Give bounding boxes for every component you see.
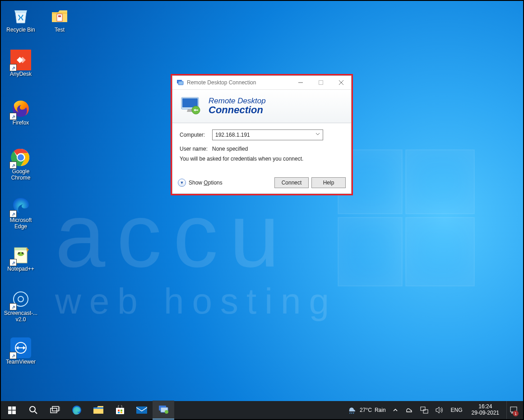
rdc-highlight-frame: Remote Desktop Connection Remote Desktop… bbox=[171, 74, 353, 195]
desktop-icon-label: Notepad++ bbox=[4, 266, 38, 272]
svg-rect-35 bbox=[121, 410, 122, 411]
connect-button[interactable]: Connect bbox=[274, 177, 309, 188]
rdc-banner: Remote Desktop Connection bbox=[172, 90, 351, 123]
computer-combo[interactable]: 192.168.1.191 bbox=[212, 129, 323, 140]
weather-cond: Rain bbox=[375, 407, 386, 413]
taskbar[interactable]: 27°C Rain ENG 16:24 29-09-2021 1 bbox=[1, 401, 523, 419]
banner-line1: Remote Desktop bbox=[209, 97, 266, 105]
help-button[interactable]: Help bbox=[311, 177, 346, 188]
desktop-icon-teamviewer[interactable]: ↗ TeamViewer bbox=[4, 337, 38, 365]
watermark-text-bottom: web hosting bbox=[55, 281, 505, 322]
taskbar-app-explorer[interactable] bbox=[88, 401, 109, 419]
computer-value: 192.168.1.191 bbox=[215, 132, 250, 138]
desktop-icon-firefox[interactable]: ↗ Firefox bbox=[4, 98, 38, 126]
taskbar-app-mail[interactable] bbox=[131, 401, 153, 419]
start-button[interactable] bbox=[1, 401, 23, 419]
task-view-button[interactable] bbox=[44, 401, 66, 419]
notification-badge: 1 bbox=[513, 411, 519, 416]
svg-rect-26 bbox=[51, 408, 57, 413]
desktop-icon-label: Test bbox=[42, 27, 77, 33]
desktop-icon-label: Firefox bbox=[4, 120, 38, 126]
username-label: User name: bbox=[180, 146, 212, 152]
svg-rect-20 bbox=[8, 406, 12, 410]
desktop-icon-label: Microsoft Edge bbox=[4, 217, 38, 230]
svg-rect-33 bbox=[116, 408, 124, 414]
svg-rect-16 bbox=[319, 81, 323, 85]
taskbar-clock[interactable]: 16:24 29-09-2021 bbox=[468, 404, 503, 416]
svg-rect-23 bbox=[12, 411, 16, 414]
weather-temp: 27°C bbox=[360, 407, 372, 413]
credentials-note: You will be asked for credentials when y… bbox=[180, 156, 344, 162]
desktop-icon-label: Screencast-... v2.0 bbox=[4, 310, 38, 323]
svg-rect-43 bbox=[423, 410, 428, 413]
desktop-icon-label: AnyDesk bbox=[4, 71, 38, 78]
svg-point-6 bbox=[22, 252, 23, 254]
remote-desktop-window[interactable]: Remote Desktop Connection Remote Desktop… bbox=[172, 75, 352, 194]
language-indicator[interactable]: ENG bbox=[449, 401, 464, 419]
onedrive-icon[interactable] bbox=[403, 401, 415, 419]
maximize-button[interactable] bbox=[311, 76, 331, 89]
svg-rect-32 bbox=[93, 407, 103, 409]
chevron-down-icon: ▼ bbox=[178, 179, 186, 187]
svg-rect-27 bbox=[52, 406, 59, 411]
svg-rect-12 bbox=[58, 15, 61, 17]
desktop-icon-edge[interactable]: ↗ Microsoft Edge bbox=[4, 196, 38, 230]
svg-rect-37 bbox=[121, 412, 122, 413]
desktop-icon-label: TeamViewer bbox=[4, 359, 38, 365]
desktop-icon-anydesk[interactable]: ↗ AnyDesk bbox=[4, 50, 38, 78]
taskbar-app-rdc[interactable] bbox=[153, 401, 174, 420]
rdc-banner-icon bbox=[180, 97, 203, 116]
clock-date: 29-09-2021 bbox=[472, 410, 499, 416]
svg-line-25 bbox=[35, 411, 37, 414]
desktop-icon-chrome[interactable]: ↗ Google Chrome bbox=[4, 147, 38, 181]
svg-rect-36 bbox=[118, 412, 120, 413]
taskbar-app-edge[interactable] bbox=[66, 401, 88, 419]
desktop-icon-notepadpp[interactable]: ↗ Notepad++ bbox=[4, 245, 38, 272]
action-center-button[interactable]: 1 bbox=[506, 401, 520, 419]
svg-point-41 bbox=[165, 410, 168, 414]
search-button[interactable] bbox=[23, 401, 44, 419]
svg-point-2 bbox=[17, 154, 24, 161]
window-titlebar[interactable]: Remote Desktop Connection bbox=[172, 76, 351, 90]
chevron-down-icon bbox=[315, 132, 320, 136]
svg-point-24 bbox=[30, 406, 35, 412]
svg-rect-38 bbox=[136, 406, 147, 414]
windows-logo-watermark bbox=[338, 150, 473, 285]
desktop-icon-screencast[interactable]: ↗ Screencast-... v2.0 bbox=[4, 289, 38, 323]
desktop-icon-recycle-bin[interactable]: Recycle Bin bbox=[4, 5, 38, 33]
svg-rect-21 bbox=[12, 406, 16, 410]
clock-time: 16:24 bbox=[472, 404, 499, 410]
desktop[interactable]: accu web hosting Recycle Bin ↗ AnyDesk ↗… bbox=[1, 1, 523, 402]
rdc-app-icon bbox=[176, 78, 184, 87]
desktop-icon-label: Recycle Bin bbox=[4, 27, 38, 33]
minimize-button[interactable] bbox=[290, 76, 311, 89]
taskbar-app-store[interactable] bbox=[109, 401, 131, 419]
weather-widget[interactable]: 27°C Rain bbox=[345, 401, 388, 419]
username-value: None specified bbox=[212, 146, 248, 152]
svg-rect-34 bbox=[118, 410, 120, 411]
desktop-icon-test-folder[interactable]: Test bbox=[42, 5, 77, 33]
svg-rect-11 bbox=[57, 14, 62, 21]
tray-overflow-button[interactable] bbox=[391, 401, 399, 419]
computer-label: Computer: bbox=[180, 132, 212, 138]
window-title: Remote Desktop Connection bbox=[187, 79, 290, 86]
close-button[interactable] bbox=[331, 76, 351, 89]
banner-line2: Connection bbox=[209, 105, 266, 115]
desktop-icon-label: Google Chrome bbox=[4, 169, 38, 181]
svg-point-8 bbox=[18, 296, 23, 302]
svg-rect-4 bbox=[14, 248, 27, 250]
svg-point-5 bbox=[18, 252, 20, 254]
system-tray: 27°C Rain ENG 16:24 29-09-2021 1 bbox=[343, 401, 523, 419]
volume-icon[interactable] bbox=[434, 401, 445, 419]
network-icon[interactable] bbox=[418, 401, 430, 419]
svg-rect-14 bbox=[178, 81, 183, 85]
svg-rect-42 bbox=[421, 407, 425, 411]
svg-rect-22 bbox=[8, 411, 12, 414]
show-options-toggle[interactable]: ▼ Show Options bbox=[178, 179, 223, 187]
